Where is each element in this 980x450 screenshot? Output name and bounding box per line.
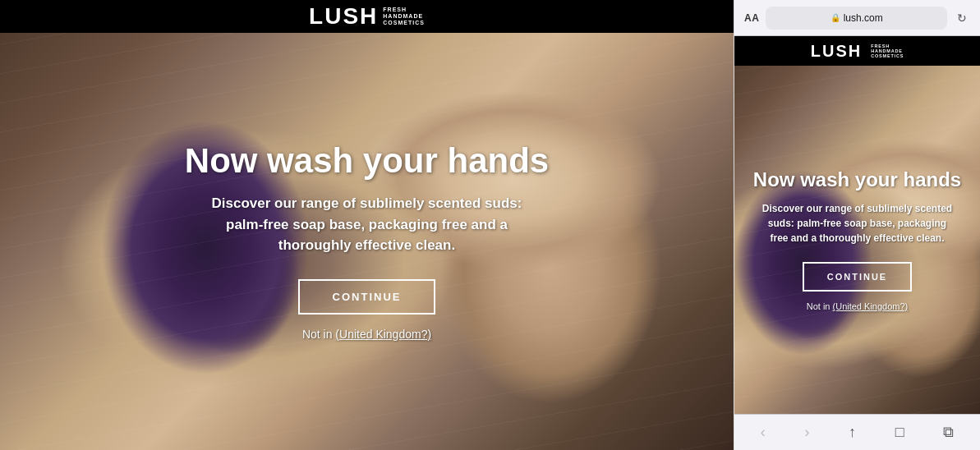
mobile-location-link[interactable]: (United Kingdom?): [833, 301, 909, 311]
logo-tagline: FRESH HANDMADE COSMETICS: [383, 7, 425, 25]
refresh-button[interactable]: ↻: [954, 8, 970, 28]
logo-wordmark: LUSH: [309, 3, 378, 30]
mobile-tagline-line3: COSMETICS: [871, 53, 904, 58]
url-text: lush.com: [844, 12, 883, 24]
tabs-button[interactable]: ⧉: [936, 420, 960, 444]
desktop-panel: LUSH FRESH HANDMADE COSMETICS Now wash y…: [0, 0, 734, 450]
share-icon: ↑: [849, 424, 856, 441]
tabs-icon: ⧉: [943, 424, 954, 441]
continue-button[interactable]: CONTINUE: [298, 279, 436, 315]
tagline-line2: HANDMADE: [383, 13, 425, 20]
tagline-line3: COSMETICS: [383, 20, 425, 26]
mobile-not-in-label: Not in: [807, 301, 833, 311]
mobile-subtext: Discover our range of sublimely scented …: [759, 201, 956, 246]
back-icon: ‹: [761, 424, 766, 441]
lush-logo: LUSH FRESH HANDMADE COSMETICS: [309, 3, 425, 30]
location-link[interactable]: (United Kingdom?): [335, 328, 431, 341]
mobile-heading: Now wash your hands: [753, 168, 961, 192]
lock-icon: 🔒: [830, 13, 840, 22]
not-in-label: Not in: [302, 328, 335, 341]
forward-button[interactable]: ›: [798, 420, 816, 444]
main-heading: Now wash your hands: [185, 142, 549, 180]
mobile-header: LUSH FRESH HANDMADE COSMETICS: [734, 36, 980, 66]
mobile-logo-tagline: FRESH HANDMADE COSMETICS: [871, 44, 904, 58]
mobile-lush-logo: LUSH FRESH HANDMADE COSMETICS: [811, 42, 904, 61]
tagline-line1: FRESH: [383, 7, 425, 13]
location-text: Not in (United Kingdom?): [302, 328, 431, 341]
desktop-header: LUSH FRESH HANDMADE COSMETICS: [0, 0, 734, 33]
subtext: Discover our range of sublimely scented …: [195, 193, 540, 256]
back-button[interactable]: ‹: [754, 420, 772, 444]
mobile-panel: AA 🔒 lush.com ↻ LUSH FRESH HANDMADE COSM…: [734, 0, 980, 450]
share-button[interactable]: ↑: [842, 420, 863, 444]
browser-aa-button[interactable]: AA: [744, 12, 759, 24]
bookmarks-icon: □: [895, 424, 904, 441]
mobile-main-content: Now wash your hands Discover our range o…: [734, 66, 980, 414]
bookmarks-button[interactable]: □: [889, 420, 911, 444]
mobile-bottom-nav: ‹ › ↑ □ ⧉: [734, 414, 980, 450]
browser-url-bar[interactable]: 🔒 lush.com: [766, 7, 947, 30]
mobile-content: LUSH FRESH HANDMADE COSMETICS Now wash y…: [734, 36, 980, 414]
mobile-continue-button[interactable]: CONTINUE: [803, 262, 912, 292]
forward-icon: ›: [804, 424, 809, 441]
browser-address-bar: AA 🔒 lush.com ↻: [734, 0, 980, 36]
mobile-logo-wordmark: LUSH: [811, 42, 862, 61]
desktop-content: Now wash your hands Discover our range o…: [0, 33, 734, 450]
mobile-location-text: Not in (United Kingdom?): [807, 301, 909, 311]
